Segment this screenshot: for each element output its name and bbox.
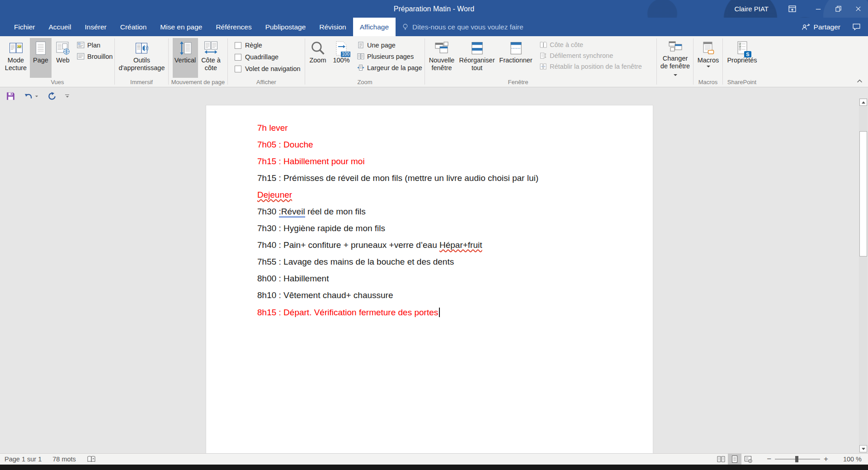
- read-mode-view-icon[interactable]: [714, 454, 728, 465]
- comment-icon[interactable]: [852, 23, 861, 31]
- close-icon[interactable]: [848, 0, 868, 18]
- outils-apprentissage-button[interactable]: Outils d'apprentissage: [117, 38, 167, 78]
- brouillon-view-button[interactable]: Brouillon: [77, 52, 113, 60]
- checkbox-icon: [235, 66, 241, 72]
- tab-references[interactable]: Références: [209, 18, 258, 36]
- synchronous-scrolling-icon: [539, 52, 547, 59]
- outline-view-icon: [77, 41, 85, 49]
- ribbon-group-mouvement: Vertical Côte à côte Mouvement de page: [169, 37, 227, 87]
- doc-line: 7h15 : Habillement pour moi: [257, 157, 635, 166]
- multiple-pages-icon: [357, 52, 364, 60]
- zoom-in-button[interactable]: +: [820, 455, 832, 464]
- undo-dropdown-caret[interactable]: [35, 95, 38, 97]
- print-layout-view-icon[interactable]: [728, 454, 741, 465]
- text-cursor: [439, 308, 440, 317]
- quadrillage-checkbox[interactable]: Quadrillage: [235, 53, 304, 61]
- ribbon-group-zoom: Zoom 100 100%: [305, 37, 425, 87]
- share-button[interactable]: Partager: [802, 23, 840, 31]
- restore-icon[interactable]: [828, 0, 848, 18]
- collapse-ribbon-icon[interactable]: [857, 79, 863, 83]
- tab-accueil[interactable]: Accueil: [42, 18, 78, 36]
- ribbon-affichage: Mode Lecture Page: [0, 36, 868, 87]
- tab-inserer[interactable]: Insérer: [78, 18, 113, 36]
- page-count[interactable]: Page 1 sur 1: [5, 456, 42, 463]
- dropdown-caret-icon: [707, 66, 710, 67]
- proprietes-button[interactable]: S Propriétés: [725, 38, 760, 78]
- quick-access-toolbar: [0, 87, 868, 105]
- document-text[interactable]: 7h lever 7h05 : Douche 7h15 : Habillemen…: [206, 105, 653, 317]
- zoom-100-button[interactable]: 100 100%: [329, 38, 354, 78]
- save-icon[interactable]: [6, 92, 15, 100]
- ribbon-display-options-icon[interactable]: [782, 0, 802, 18]
- view-side-by-side-icon: [539, 41, 547, 48]
- tab-fichier[interactable]: Fichier: [7, 18, 42, 36]
- tab-revision[interactable]: Révision: [312, 18, 353, 36]
- zoom-button[interactable]: Zoom: [307, 38, 329, 78]
- ribbon-group-fenetre: Nouvelle fenêtre Réorganiser tout: [425, 37, 656, 87]
- tell-me-box[interactable]: Dites-nous ce que vous voulez faire: [396, 18, 524, 36]
- doc-line: 8h00 : Habillement: [257, 274, 635, 283]
- plan-view-button[interactable]: Plan: [77, 41, 113, 49]
- learning-tools-icon: [134, 40, 150, 57]
- taskbar-strip: [0, 465, 868, 470]
- tab-mise-en-page[interactable]: Mise en page: [153, 18, 209, 36]
- web-layout-view-icon[interactable]: [741, 454, 755, 465]
- defilement-synchrone-button: Défilement synchrone: [539, 52, 642, 59]
- doc-line: 7h15 : Prémisses de réveil de mon fils (…: [257, 174, 635, 183]
- vertical-scrollbar[interactable]: [859, 87, 868, 453]
- ribbon-group-afficher: Règle Quadrillage Volet de navigation Af…: [228, 37, 305, 87]
- web-layout-icon: [55, 40, 71, 57]
- dropdown-caret-icon: [674, 74, 677, 76]
- new-window-icon: [434, 40, 449, 57]
- doc-line: 7h55 : Lavage des mains de la bouche et …: [257, 257, 635, 266]
- macros-button[interactable]: Macros: [695, 38, 722, 78]
- tab-creation[interactable]: Création: [113, 18, 154, 36]
- zoom-slider-thumb[interactable]: [795, 456, 798, 462]
- doc-line: 7h30 : Hygiène rapide de mon fils: [257, 224, 635, 233]
- tab-affichage[interactable]: Affichage: [353, 18, 396, 36]
- one-page-icon: [357, 41, 364, 49]
- fractionner-button[interactable]: Fractionner: [497, 38, 535, 78]
- zoom-icon: [311, 40, 326, 57]
- document-workspace: 7h lever 7h05 : Douche 7h15 : Habillemen…: [0, 87, 868, 453]
- redo-icon[interactable]: [47, 92, 56, 100]
- nouvelle-fenetre-button[interactable]: Nouvelle fenêtre: [426, 38, 457, 78]
- zoom-slider[interactable]: [775, 459, 820, 460]
- reset-window-position-icon: [539, 63, 547, 70]
- reorganiser-tout-button[interactable]: Réorganiser tout: [457, 38, 497, 78]
- volet-navigation-checkbox[interactable]: Volet de navigation: [235, 65, 304, 72]
- proofing-error-icon[interactable]: [87, 456, 96, 463]
- mode-lecture-button[interactable]: Mode Lecture: [2, 38, 30, 78]
- share-icon: [802, 23, 810, 31]
- regle-checkbox[interactable]: Règle: [235, 42, 304, 49]
- scroll-down-icon[interactable]: [859, 445, 867, 452]
- group-label-immersif: Immersif: [115, 79, 168, 85]
- ribbon-group-sharepoint: S Propriétés SharePoint: [723, 37, 761, 87]
- document-page[interactable]: 7h lever 7h05 : Douche 7h15 : Habillemen…: [206, 105, 653, 453]
- group-label-mouvement: Mouvement de page: [169, 79, 227, 85]
- tab-publipostage[interactable]: Publipostage: [259, 18, 313, 36]
- vertical-button[interactable]: Vertical: [173, 38, 198, 78]
- minimize-icon[interactable]: [808, 0, 828, 18]
- undo-icon[interactable]: [24, 92, 38, 100]
- group-label-fenetre: Fenêtre: [425, 79, 611, 85]
- largeur-page-button[interactable]: Largeur de la page: [357, 64, 422, 71]
- word-count[interactable]: 78 mots: [52, 456, 76, 463]
- web-view-button[interactable]: Web: [52, 38, 74, 78]
- doc-line: Dejeuner: [257, 190, 635, 199]
- side-to-side-icon: [203, 40, 218, 57]
- share-label: Partager: [814, 23, 840, 31]
- plusieurs-pages-button[interactable]: Plusieurs pages: [357, 52, 422, 60]
- cote-a-cote-button[interactable]: Côte à côte: [198, 38, 224, 78]
- lightbulb-icon: [402, 23, 409, 31]
- account-name[interactable]: Claire PIAT: [734, 5, 769, 13]
- changer-de-fenetre-button[interactable]: Changer de fenêtre: [658, 38, 693, 78]
- zoom-out-button[interactable]: −: [763, 455, 775, 464]
- macros-icon: [701, 40, 716, 57]
- scrollbar-thumb[interactable]: [859, 131, 867, 256]
- une-page-button[interactable]: Une page: [357, 41, 422, 49]
- page-view-button[interactable]: Page: [30, 38, 52, 78]
- zoom-100-badge: 100: [341, 52, 350, 57]
- zoom-percentage[interactable]: 100 %: [838, 456, 862, 463]
- customize-qat-icon[interactable]: [65, 95, 69, 98]
